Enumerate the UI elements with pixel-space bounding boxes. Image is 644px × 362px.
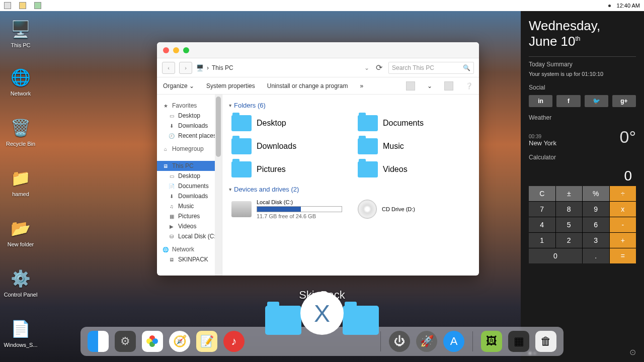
calc-key-4[interactable]: 4: [529, 217, 555, 232]
chevron-down-icon[interactable]: ⌄: [427, 82, 432, 89]
nav-homegroup[interactable]: ⌂Homegroup: [157, 144, 222, 154]
drives-header[interactable]: Devices and drives (2): [229, 186, 472, 193]
nav-item[interactable]: 📄Documents: [157, 181, 222, 191]
calculator-widget: 0 C±%÷789x456-123+0.=: [529, 166, 636, 263]
trash-icon[interactable]: 🗑: [535, 331, 556, 352]
desktop-icon-userfolder[interactable]: 📁hamed: [3, 166, 38, 197]
nav-item[interactable]: 🖥SKINPACK: [157, 254, 222, 264]
nav-item[interactable]: ⛁Local Disk (C:): [157, 231, 222, 241]
desktop-icon-controlpanel[interactable]: ⚙️Control Panel: [3, 266, 38, 298]
calc-key-3[interactable]: 3: [583, 233, 609, 248]
taskview-icon[interactable]: ▦: [508, 331, 529, 352]
calc-key-8[interactable]: 8: [556, 202, 583, 217]
folder-desktop[interactable]: Desktop: [229, 113, 346, 133]
calc-key-0[interactable]: 0: [529, 248, 582, 263]
nav-thispc[interactable]: 🖥This PC: [157, 161, 222, 171]
more-icon[interactable]: ⊙: [629, 347, 636, 357]
drive-local-c[interactable]: Local Disk (C:) 11.7 GB free of 24.6 GB: [229, 197, 346, 221]
drive-cd-d[interactable]: CD Drive (D:): [356, 197, 472, 221]
breadcrumb[interactable]: 🖥️ › This PC ⌄: [196, 64, 369, 71]
back-button[interactable]: ‹: [162, 62, 175, 74]
nav-item[interactable]: ⬇Downloads: [157, 191, 222, 201]
calc-key-.[interactable]: .: [583, 248, 609, 263]
scrollbar[interactable]: [215, 95, 222, 276]
nav-item[interactable]: ▭Desktop: [157, 171, 222, 181]
appstore-icon[interactable]: A: [443, 331, 464, 352]
help-icon[interactable]: ❔: [465, 82, 473, 89]
calc-key-C[interactable]: C: [529, 186, 555, 201]
folder-pictures[interactable]: Pictures: [229, 159, 346, 179]
music-icon[interactable]: ♪: [223, 331, 245, 352]
folder-documents[interactable]: Documents: [356, 113, 472, 133]
desktop-icon-thispc[interactable]: 🖥️This PC: [3, 17, 38, 48]
chevron-down-icon[interactable]: ⌄: [364, 64, 369, 71]
calc-key-5[interactable]: 5: [556, 217, 583, 232]
close-icon[interactable]: [163, 47, 169, 53]
folders-header[interactable]: Folders (6): [229, 102, 472, 109]
calc-key-±[interactable]: ±: [556, 186, 583, 201]
search-icon: 🔍: [463, 64, 470, 71]
star-icon: ★: [162, 103, 169, 109]
notes-icon[interactable]: 📝: [196, 331, 217, 352]
dock-folder-left[interactable]: [265, 306, 301, 335]
safari-icon[interactable]: 🧭: [169, 331, 190, 352]
explorer-task-icon[interactable]: [19, 2, 26, 9]
weather-widget[interactable]: 00:39 New York 0°: [529, 127, 636, 147]
window-titlebar[interactable]: [157, 42, 479, 58]
nav-item[interactable]: ▦Pictures: [157, 211, 222, 221]
twitter-button[interactable]: 🐦: [585, 95, 608, 107]
nav-item[interactable]: ♫Music: [157, 201, 222, 211]
settings-icon[interactable]: ⚙: [115, 331, 136, 352]
folder-music[interactable]: Music: [356, 136, 472, 156]
calc-key-6[interactable]: 6: [583, 217, 609, 232]
linkedin-button[interactable]: in: [529, 95, 552, 107]
folder-downloads[interactable]: Downloads: [229, 136, 346, 156]
system-properties-button[interactable]: System properties: [206, 82, 255, 89]
organize-button[interactable]: Organize ⌄: [163, 82, 194, 89]
power-icon[interactable]: ⏻: [389, 331, 410, 352]
start-icon[interactable]: [4, 2, 11, 9]
launchpad-icon[interactable]: 🚀: [416, 331, 437, 352]
folder-videos[interactable]: Videos: [356, 159, 472, 179]
calc-key-9[interactable]: 9: [583, 202, 609, 217]
dock-logo-icon[interactable]: X: [300, 292, 344, 335]
desktop-icon-newfolder[interactable]: 📂New folder: [3, 216, 38, 247]
app-task-icon[interactable]: [34, 2, 41, 9]
calc-key-7[interactable]: 7: [529, 202, 555, 217]
calc-key-2[interactable]: 2: [556, 233, 583, 248]
nav-item[interactable]: ⬇Downloads: [157, 121, 222, 131]
calc-key-+[interactable]: +: [610, 233, 636, 248]
finder-icon[interactable]: [88, 331, 109, 352]
minimize-icon[interactable]: [173, 47, 179, 53]
maximize-icon[interactable]: [183, 47, 189, 53]
calc-key-1[interactable]: 1: [529, 233, 555, 248]
calc-key-=[interactable]: =: [610, 248, 636, 263]
desktop-icon-recyclebin[interactable]: 🗑️Recycle Bin: [3, 116, 38, 147]
dock-separator: [472, 331, 473, 351]
refresh-button[interactable]: ⟳: [373, 63, 384, 72]
overflow-icon[interactable]: »: [360, 82, 364, 89]
search-input[interactable]: Search This PC 🔍: [388, 62, 474, 74]
nav-item[interactable]: ▭Desktop: [157, 111, 222, 121]
dock-folder-right[interactable]: [343, 306, 379, 335]
nav-item[interactable]: 🕘Recent places: [157, 131, 222, 141]
uninstall-button[interactable]: Uninstall or change a program: [267, 82, 348, 89]
preview-pane-icon[interactable]: [444, 81, 453, 90]
calc-key--[interactable]: -: [610, 217, 636, 232]
calc-key-÷[interactable]: ÷: [610, 186, 636, 201]
picture-icon[interactable]: 🖼: [481, 331, 502, 352]
calc-key-x[interactable]: x: [610, 202, 636, 217]
photos-icon[interactable]: [142, 331, 163, 352]
desktop-icon-network[interactable]: 🌐Network: [3, 65, 38, 97]
facebook-button[interactable]: f: [556, 95, 580, 107]
calc-key-%[interactable]: %: [583, 186, 609, 201]
forward-button[interactable]: ›: [179, 62, 192, 74]
view-options-icon[interactable]: [406, 81, 415, 90]
nav-item[interactable]: ▶Videos: [157, 221, 222, 231]
nav-network[interactable]: 🌐Network: [157, 244, 222, 254]
googleplus-button[interactable]: g+: [612, 95, 636, 107]
nav-favorites[interactable]: ★Favorites: [157, 101, 222, 111]
desktop-icon-shortcut[interactable]: 📄Windows_S...: [3, 317, 38, 348]
hdd-icon: [231, 201, 252, 217]
clock[interactable]: 12:40 AM: [617, 3, 640, 9]
